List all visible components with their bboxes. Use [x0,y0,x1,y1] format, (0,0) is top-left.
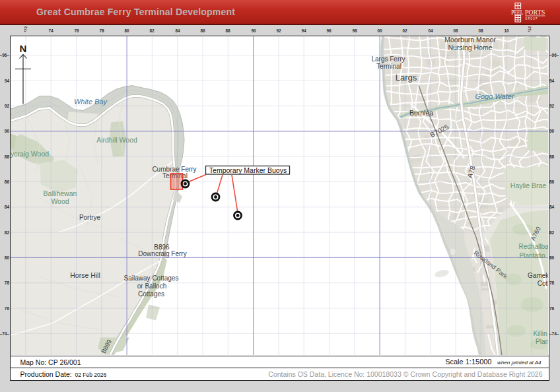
svg-text:Cott: Cott [537,280,547,287]
svg-text:Gameke: Gameke [528,272,548,279]
svg-text:Airdhill Wood: Airdhill Wood [96,136,137,144]
svg-text:Portrye: Portrye [79,214,100,221]
svg-text:Largs: Largs [395,73,417,82]
svg-text:Downcraig Ferry: Downcraig Ferry [138,250,186,257]
svg-text:Killin: Killin [533,330,547,337]
svg-text:Wood: Wood [51,197,69,205]
svg-text:GROUP: GROUP [525,17,538,20]
svg-text:Terminal: Terminal [376,63,402,70]
svg-text:or Balloch: or Balloch [137,282,166,290]
svg-text:N: N [19,43,26,54]
svg-text:Haylie Brae: Haylie Brae [510,181,545,189]
svg-text:ycraig Wood: ycraig Wood [11,150,49,158]
svg-text:B896: B896 [154,244,170,251]
svg-text:Plan: Plan [535,338,547,345]
svg-text:Redhallba: Redhallba [518,243,548,250]
svg-text:Temporary Marker Buoys: Temporary Marker Buoys [209,166,286,174]
svg-text:Largs Ferry: Largs Ferry [371,55,405,63]
svg-text:PORTS: PORTS [525,9,545,16]
svg-text:PEEL: PEEL [511,9,523,16]
svg-text:Moorburn Manor: Moorburn Manor [444,36,496,44]
svg-text:White Bay: White Bay [73,98,108,106]
svg-text:Plantatio: Plantatio [519,252,545,259]
svg-text:Cottages: Cottages [137,290,164,298]
svg-text:Horse Hill: Horse Hill [70,271,100,279]
svg-text:Nursing Home: Nursing Home [448,44,492,51]
svg-text:Ballihewan: Ballihewan [43,189,77,197]
svg-text:Gogo Water: Gogo Water [475,92,514,100]
svg-text:Burnlea: Burnlea [409,109,433,117]
svg-text:Sailaway Cottages: Sailaway Cottages [123,275,178,282]
